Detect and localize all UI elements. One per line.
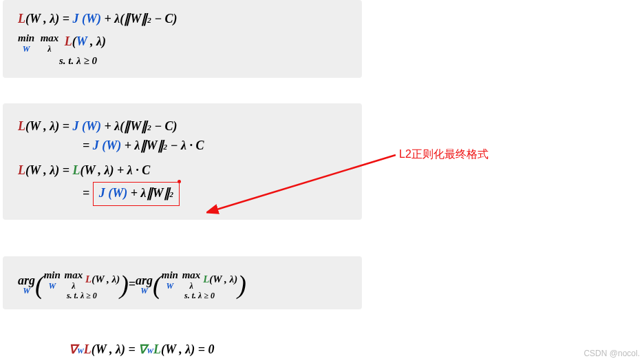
eq2-line2: = J (W) + λ‖W‖2 − λ · C: [18, 136, 347, 156]
final-form-box: J (W) + λ‖W‖2: [93, 182, 180, 206]
annotation-label: L2正则化最终格式: [399, 147, 489, 162]
eq3-line: argW ( minW maxλ L(W , λ) s. t. λ ≥ 0 ) …: [18, 269, 246, 301]
box-handle-icon: [178, 180, 181, 183]
eq2-line3: L(W , λ) = L(W , λ) + λ · C: [18, 161, 347, 180]
eq1-st: s. t. λ ≥ 0: [18, 54, 347, 68]
eq1-line2: min W max λ L(W , λ): [18, 32, 347, 54]
equation-block-1: L(W , λ) = J (W) + λ(‖W‖2 − C) min W max…: [3, 0, 362, 78]
gradient-equation: ∇WL(W , λ) = ∇WL(W , λ) = 0: [69, 340, 214, 360]
eq2-line1: L(W , λ) = J (W) + λ(‖W‖2 − C): [18, 117, 347, 136]
footer-attribution: CSDN @nocol.: [583, 349, 640, 358]
eq1-line1: L(W , λ) = J (W) + λ(‖W‖2 − C): [18, 10, 347, 29]
equation-block-3: argW ( minW maxλ L(W , λ) s. t. λ ≥ 0 ) …: [3, 256, 362, 309]
eq2-line4: = J (W) + λ‖W‖2: [18, 182, 347, 206]
equation-block-2: L(W , λ) = J (W) + λ(‖W‖2 − C) = J (W) +…: [3, 103, 362, 220]
